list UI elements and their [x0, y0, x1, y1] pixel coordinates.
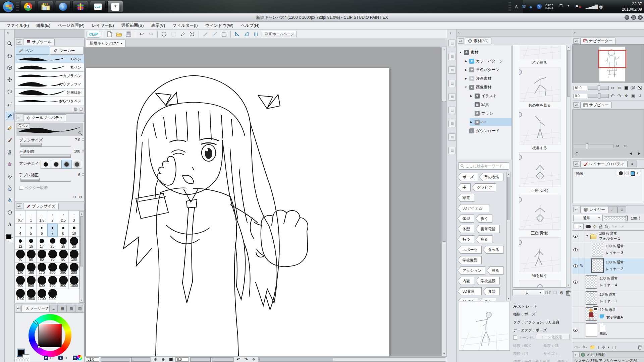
tree-expand-arrow[interactable]: ▼: [464, 86, 468, 89]
ruler-normal-icon[interactable]: [233, 31, 241, 38]
taskbar-app-explorer[interactable]: [38, 1, 53, 13]
material-search-input[interactable]: ここに検索キーワード…: [458, 162, 509, 170]
tone-checkbox[interactable]: [513, 336, 517, 340]
minimize-button[interactable]: −: [625, 15, 629, 20]
scroll-down-icon[interactable]: ▼: [507, 296, 511, 301]
opacity-spinner[interactable]: ▲▼: [82, 149, 85, 154]
reset-view-icon[interactable]: ▣: [630, 93, 636, 99]
navigator-zoom-value[interactable]: 81.0: [573, 86, 587, 90]
selection-pen-tool[interactable]: [6, 100, 14, 108]
material-tag-持つ[interactable]: 持つ: [458, 235, 474, 243]
fill-tool[interactable]: [6, 196, 14, 204]
brush-size-50[interactable]: 50: [26, 250, 37, 263]
brush-size-6[interactable]: 6: [37, 224, 47, 237]
new-vector-layer-icon[interactable]: ✎+: [582, 345, 588, 350]
sv-marker[interactable]: [38, 346, 40, 348]
transparent-color-swatch[interactable]: [16, 358, 29, 361]
scroll-down-icon[interactable]: ▼: [442, 352, 446, 356]
thumbnail-scrollbar[interactable]: ▲ ▼: [567, 45, 571, 288]
material-pose-partial[interactable]: [519, 280, 560, 288]
apply-mask-icon[interactable]: ◐: [607, 345, 610, 350]
reset-property-icon[interactable]: ↺: [73, 195, 76, 199]
window-tray-icon[interactable]: ❐: [559, 4, 562, 8]
clip-homepage-button[interactable]: CLIPホームページ: [262, 31, 297, 37]
stabilization-slider[interactable]: [20, 178, 71, 182]
subview-area[interactable]: ⊘ ⊕ ◀ ▶: [572, 109, 644, 158]
canvas-viewport[interactable]: [85, 47, 441, 356]
layer-row-レイヤー 1[interactable]: 16 % 通常レイヤー 1: [572, 290, 644, 306]
material-settings-gear-icon[interactable]: ⚙: [559, 290, 564, 296]
scroll-down-icon[interactable]: ▼: [80, 298, 84, 302]
visibility-cell[interactable]: [572, 274, 579, 290]
subtool-panel-menu-icon[interactable]: ▸≡: [16, 39, 22, 45]
scroll-up-icon[interactable]: ▲: [507, 172, 511, 176]
subtool-tab[interactable]: サブツール: [23, 39, 55, 45]
layer-row-レイヤー 4[interactable]: 100 % 通常レイヤー 4: [572, 274, 644, 290]
subtool-item-カブラペン[interactable]: カブラペン: [15, 72, 84, 80]
clip-portal-button[interactable]: CLIP: [87, 31, 100, 38]
brush-size-200[interactable]: 200: [47, 263, 58, 276]
navigator-view-rect[interactable]: [598, 50, 626, 68]
brush-size-2000[interactable]: 2000: [47, 289, 58, 302]
navigator-menu-icon[interactable]: ▸≡: [573, 38, 579, 44]
taskbar-app-winrar[interactable]: [72, 1, 88, 13]
opacity-value[interactable]: 100: [69, 149, 80, 153]
material-tag-家電[interactable]: 家電: [458, 194, 474, 202]
layer-row-レイヤー 3[interactable]: 100 % 通常レイヤー 3: [572, 242, 644, 258]
material-tag-食器[interactable]: 食器: [483, 287, 500, 295]
close-button[interactable]: ✕: [638, 15, 643, 20]
navigator-rotate-slider[interactable]: [588, 94, 609, 98]
subview-menu-icon[interactable]: ▸≡: [573, 102, 579, 108]
next-image-icon[interactable]: ▶: [636, 150, 642, 157]
stabilization-spinner[interactable]: ▲▼: [82, 172, 85, 177]
snap-grid-icon[interactable]: [220, 31, 228, 38]
zoom-out-icon[interactable]: ⊘: [614, 143, 621, 149]
material-tag-体型[interactable]: 体型: [458, 215, 474, 223]
visibility-cell[interactable]: [572, 258, 579, 274]
zoom-out-icon[interactable]: ⊘: [609, 85, 615, 91]
subtool-item-Gペン[interactable]: Gペン: [15, 55, 84, 63]
brush-size-120[interactable]: 120: [15, 263, 26, 276]
tree-item-カラーパターン[interactable]: ▶❖カラーパターン: [464, 57, 512, 65]
collapsed-palette-icon-0[interactable]: ▤: [448, 40, 456, 47]
tree-expand-arrow[interactable]: ▶: [464, 60, 468, 63]
eye-icon[interactable]: [573, 264, 578, 267]
airbrush-tool[interactable]: [6, 148, 14, 156]
add-subtool-icon[interactable]: ▤: [74, 107, 77, 111]
sv-square[interactable]: [38, 324, 62, 347]
menu-item-0[interactable]: ファイル(F): [3, 22, 33, 29]
open-file-icon[interactable]: [115, 31, 123, 38]
scroll-down-icon[interactable]: ▼: [567, 283, 571, 287]
menu-item-7[interactable]: ウィンドウ(W): [202, 22, 237, 29]
tree-item-ブラシ[interactable]: ❖ブラシ: [470, 109, 512, 117]
layer-search-tab[interactable]: ☄: [608, 206, 618, 213]
brush-size-tab[interactable]: ブラシサイズ: [23, 203, 59, 209]
brush-size-70[interactable]: 70: [47, 250, 58, 263]
collapsed-palette-icon-4[interactable]: ▤: [448, 93, 456, 101]
brush-size-80[interactable]: 80: [58, 250, 69, 263]
tools-tray-icon[interactable]: ⚒: [522, 4, 526, 9]
effect-dropdown-icon[interactable]: ▼: [636, 172, 639, 175]
delete-subtool-icon[interactable]: ▢: [79, 107, 83, 111]
brush-size-10[interactable]: 10: [69, 224, 79, 237]
visibility-cell[interactable]: [572, 290, 579, 306]
move-tool[interactable]: [6, 76, 14, 84]
collapsed-palette-icon-2[interactable]: ▤: [448, 66, 456, 74]
brush-size-spinner[interactable]: ▲▼: [82, 137, 85, 142]
pen-tool[interactable]: [6, 112, 14, 120]
brush-size-150[interactable]: 150: [26, 263, 37, 276]
tree-item-3D[interactable]: ▶▣3D: [470, 118, 512, 126]
brush-size-30[interactable]: 30: [69, 237, 79, 250]
brush-size-slider[interactable]: [20, 143, 71, 147]
ruler-curve-icon[interactable]: [243, 31, 250, 38]
antialias-medium-option[interactable]: [61, 160, 72, 169]
layer-row-レイヤー 2[interactable]: ✎100 % 通常レイヤー 2: [572, 258, 644, 274]
tool-property-tab[interactable]: ツールプロパティ: [23, 114, 66, 121]
brush-size-1[interactable]: 1: [26, 210, 37, 224]
material-dock-collapse-icon[interactable]: ‹: [458, 31, 460, 35]
thumbnail-size-dropdown[interactable]: 大 ▼: [513, 289, 544, 296]
brush-size-800[interactable]: 800: [58, 276, 69, 289]
color-slider-tab[interactable]: ≡: [50, 305, 58, 312]
copy-material-icon[interactable]: ❐: [552, 290, 558, 296]
layer-thumbnail[interactable]: [592, 259, 603, 273]
